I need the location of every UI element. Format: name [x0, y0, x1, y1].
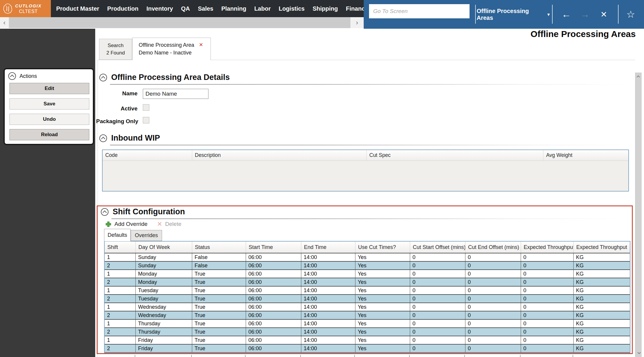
column-header[interactable]: Code: [103, 150, 192, 160]
table-cell: 2: [105, 295, 136, 303]
column-header[interactable]: Shift: [105, 242, 136, 253]
table-cell: 1: [105, 253, 136, 261]
column-header[interactable]: Day Of Week: [136, 242, 192, 253]
table-row[interactable]: 2FridayTrue06:0014:00Yes000KG: [105, 345, 630, 353]
nav-menu-item[interactable]: Finance: [346, 5, 364, 12]
column-header[interactable]: Cut Start Offset (mins): [410, 242, 465, 253]
collapse-shift-config-icon[interactable]: [101, 208, 109, 216]
table-row[interactable]: 1TuesdayTrue06:0014:00Yes000KG: [105, 287, 630, 295]
action-button[interactable]: Save: [9, 98, 89, 110]
horizontal-scrollbar-thumb[interactable]: [9, 17, 350, 28]
close-screen-button[interactable]: ✕: [595, 0, 613, 29]
nav-menu-item[interactable]: Planning: [221, 5, 246, 12]
column-header[interactable]: Expected Throughput: [574, 242, 630, 253]
collapse-details-icon[interactable]: [99, 74, 107, 81]
column-header[interactable]: Start Time: [246, 242, 301, 253]
nav-menu-item[interactable]: Inventory: [146, 5, 173, 12]
table-cell: 14:00: [301, 295, 355, 303]
packaging-only-checkbox[interactable]: [143, 117, 149, 123]
table-row[interactable]: 1SundayFalse06:0014:00Yes000KG: [105, 253, 630, 262]
tab-offline-processing-area[interactable]: Offline Processing Area ✕ Demo Name - In…: [132, 38, 211, 60]
active-checkbox[interactable]: [143, 104, 149, 111]
action-button[interactable]: Undo: [9, 114, 89, 125]
nav-menu-item[interactable]: Product Master: [56, 5, 99, 12]
scroll-down-button[interactable]: [635, 349, 642, 356]
add-plus-icon[interactable]: [105, 221, 111, 227]
tab-overrides[interactable]: Overrides: [131, 230, 162, 241]
nav-menu-item[interactable]: Sales: [198, 5, 213, 12]
table-cell: 0: [465, 320, 521, 327]
table-cell: 0: [410, 336, 465, 344]
table-cell: 06:00: [246, 278, 301, 286]
collapse-actions-icon[interactable]: [8, 72, 16, 80]
column-header[interactable]: Cut End Offset (mins): [465, 242, 521, 253]
table-cell: Monday: [136, 270, 192, 278]
tab-record-line1: Offline Processing Area: [139, 41, 194, 49]
nav-menu-item[interactable]: QA: [181, 5, 190, 12]
horizontal-scrollbar[interactable]: ‹ ›: [0, 17, 364, 28]
table-row[interactable]: 1MondayTrue06:0014:00Yes000KG: [105, 270, 630, 278]
column-header[interactable]: Cut Spec: [367, 150, 543, 160]
nav-menu-item[interactable]: Shipping: [313, 5, 338, 12]
table-cell: 14:00: [301, 270, 355, 278]
collapse-inbound-wip-icon[interactable]: [99, 134, 107, 142]
column-header[interactable]: Description: [192, 150, 367, 160]
table-cell: Yes: [355, 311, 410, 319]
action-button[interactable]: Edit: [9, 83, 89, 94]
section-underline: [110, 145, 630, 145]
table-row[interactable]: 2WednesdayTrue06:0014:00Yes000KG: [105, 311, 630, 320]
tab-search-results[interactable]: Search 2 Found: [99, 39, 132, 60]
table-row[interactable]: 2MondayTrue06:0014:00Yes000KG: [105, 278, 630, 287]
active-label: Active: [96, 105, 137, 112]
nav-menu-item[interactable]: Logistics: [279, 5, 305, 12]
app-logo[interactable]: CUTLOGIX CLTEST: [0, 0, 51, 17]
table-row[interactable]: 2SundayFalse06:0014:00Yes000KG: [105, 262, 630, 270]
nav-menu-item[interactable]: Production: [107, 5, 139, 12]
scroll-right-icon: ›: [356, 19, 358, 27]
table-cell: 0: [521, 253, 574, 261]
screen-selector-dropdown[interactable]: Offline Processing Areas ▼: [477, 0, 551, 29]
table-row[interactable]: 1FridayTrue06:0014:00Yes000KG: [105, 336, 630, 345]
name-input[interactable]: [143, 89, 208, 99]
tab-defaults[interactable]: Defaults: [104, 229, 131, 241]
table-cell: Wednesday: [136, 311, 192, 319]
table-cell: 0: [410, 262, 465, 269]
column-header[interactable]: Status: [192, 242, 246, 253]
table-cell: 06:00: [246, 270, 301, 278]
table-row[interactable]: 1WednesdayTrue06:0014:00Yes000KG: [105, 303, 630, 311]
shift-config-toolbar: Add Override ✕ Delete: [105, 221, 181, 228]
table-cell: Yes: [355, 262, 410, 269]
main-menu-bar: Product MasterProductionInventoryQASales…: [51, 0, 364, 17]
column-header[interactable]: Use Cut Times?: [355, 242, 410, 253]
table-cell: 06:00: [246, 336, 301, 344]
column-header[interactable]: Expected Throughput: [521, 242, 574, 253]
scroll-left-button[interactable]: ‹: [0, 17, 9, 28]
column-header[interactable]: End Time: [301, 242, 355, 253]
chevron-down-icon: [637, 351, 641, 354]
section-underline: [111, 218, 627, 219]
delete-button[interactable]: Delete: [165, 221, 182, 227]
column-header[interactable]: Avg Weight: [543, 150, 628, 160]
nav-menu-item[interactable]: Labor: [254, 5, 271, 12]
table-row[interactable]: 2TuesdayTrue06:0014:00Yes000KG: [105, 295, 630, 303]
favorite-button[interactable]: ☆: [620, 0, 641, 29]
scroll-up-button[interactable]: [635, 73, 642, 80]
table-cell: True: [192, 336, 246, 344]
action-button[interactable]: Reload: [9, 129, 89, 140]
add-override-button[interactable]: Add Override: [114, 221, 148, 227]
table-cell: KG: [574, 295, 630, 303]
table-cell: Yes: [355, 328, 410, 336]
navigate-forward-button[interactable]: →: [576, 0, 594, 29]
table-cell: 2: [105, 311, 136, 319]
table-row[interactable]: 1ThursdayTrue06:0014:00Yes000KG: [105, 320, 630, 328]
tab-close-icon[interactable]: ✕: [199, 41, 203, 49]
go-to-screen-input[interactable]: [369, 4, 470, 18]
table-cell: 1: [105, 303, 136, 311]
table-cell: KG: [574, 336, 630, 344]
vertical-scrollbar[interactable]: [635, 73, 642, 357]
navigate-back-button[interactable]: ←: [557, 0, 575, 29]
table-cell: 0: [521, 345, 574, 352]
table-row[interactable]: 2ThursdayTrue06:0014:00Yes000KG: [105, 328, 630, 336]
chevron-down-icon: ▼: [546, 12, 551, 17]
scroll-right-button[interactable]: ›: [350, 17, 364, 28]
